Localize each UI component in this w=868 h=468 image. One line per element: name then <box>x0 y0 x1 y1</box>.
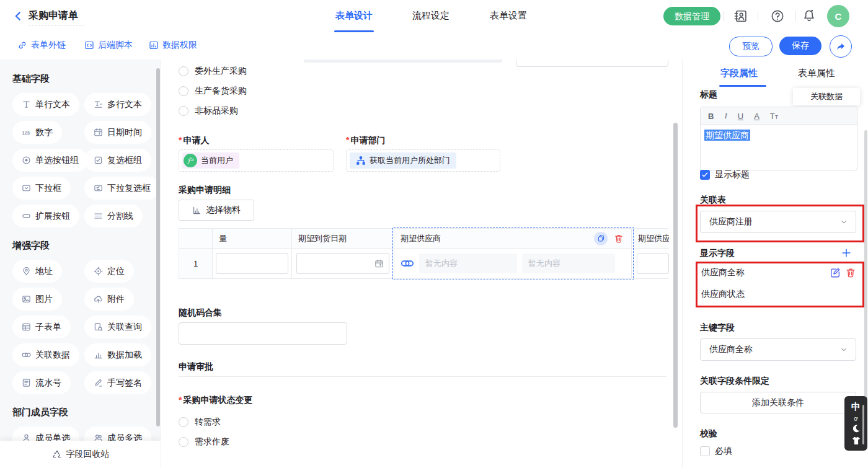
primary-key-select[interactable]: 供应商全称 <box>700 338 856 361</box>
clipped-input[interactable] <box>637 253 669 274</box>
select-material-button[interactable]: 选择物料 <box>179 200 254 221</box>
tab-field-properties[interactable]: 字段属性 <box>720 68 758 79</box>
trash-icon[interactable] <box>845 267 856 278</box>
address-icon <box>22 267 31 276</box>
radio-option[interactable]: 需求作废 <box>179 437 229 447</box>
related-table-select[interactable]: 供应商注册 <box>700 211 856 233</box>
field-item-radio-group[interactable]: 单选按钮组 <box>12 149 88 172</box>
copy-column-icon[interactable] <box>594 232 608 245</box>
radio-option[interactable]: 转需求 <box>179 417 221 427</box>
bell-icon[interactable] <box>802 9 816 22</box>
field-item-multiselect[interactable]: 下拉复选框 <box>84 177 160 200</box>
required-checkbox[interactable] <box>700 446 710 456</box>
tab-form-properties[interactable]: 表单属性 <box>798 68 835 79</box>
field-item-checkbox-group[interactable]: 复选框组 <box>84 149 151 172</box>
help-icon[interactable] <box>771 9 784 23</box>
data-manage-button[interactable]: 数据管理 <box>663 7 720 25</box>
field-item-serial-number[interactable]: 流水号 <box>12 371 71 394</box>
field-item-subform[interactable]: 子表单 <box>12 316 71 338</box>
clipped-field-remnant <box>304 60 502 63</box>
shirt-icon[interactable] <box>851 436 861 446</box>
date-input[interactable] <box>296 253 389 274</box>
section-divider <box>179 376 666 377</box>
org-tree-icon <box>356 156 366 166</box>
col-header-expected-date[interactable]: 期望到货日期 <box>292 229 394 249</box>
show-title-row[interactable]: 显示标题 <box>700 169 750 180</box>
delete-column-icon[interactable] <box>614 234 624 244</box>
clipped-cell <box>632 249 669 278</box>
radio-option[interactable]: 委外生产采购 <box>179 66 247 76</box>
current-user-tag[interactable]: 户 当前用户 <box>182 152 239 169</box>
ime-lang-indicator[interactable]: 中 <box>851 401 861 413</box>
title-editor-body[interactable]: 期望供应商 <box>701 125 857 170</box>
form-external-link[interactable]: 表单外链 <box>17 40 66 51</box>
preview-button[interactable]: 预览 <box>729 37 773 56</box>
radio-icon[interactable] <box>179 66 188 76</box>
back-icon[interactable] <box>12 11 24 22</box>
field-item-location[interactable]: 定位 <box>84 260 134 283</box>
display-field-item[interactable]: 供应商状态 <box>701 289 745 300</box>
header: 采购申请单 表单设计 流程设定 表单设置 数据管理 C <box>0 0 868 33</box>
underline-button[interactable]: U <box>738 112 743 121</box>
quantity-input[interactable] <box>216 253 288 274</box>
address-book-icon[interactable] <box>733 9 747 23</box>
font-color-button[interactable]: A <box>754 112 760 121</box>
field-recycle-bin[interactable]: 字段回收站 <box>0 441 161 468</box>
col-header-expected-supplier-2[interactable]: 期望供应 <box>632 229 669 249</box>
font-size-button[interactable]: TT <box>770 112 778 121</box>
random-code-input[interactable] <box>179 322 347 345</box>
current-dept-tag[interactable]: 获取当前用户所处部门 <box>350 152 456 169</box>
tab-form-design[interactable]: 表单设计 <box>335 10 373 22</box>
field-item-address[interactable]: 地址 <box>12 260 62 283</box>
field-item-datetime[interactable]: 日期时间 <box>84 121 151 144</box>
field-item-multi-line-text[interactable]: 多行文本 <box>84 93 151 116</box>
radio-icon[interactable] <box>179 437 188 447</box>
field-library-sidebar: 基础字段 单行文本 多行文本 123数字 日期时间 单选按钮组 复选框组 下拉框… <box>0 60 161 468</box>
save-button[interactable]: 保存 <box>779 37 822 55</box>
data-permission-link[interactable]: 数据权限 <box>149 40 197 51</box>
field-item-single-line-text[interactable]: 单行文本 <box>12 93 79 116</box>
required-row[interactable]: 必填 <box>700 446 732 457</box>
radio-icon[interactable] <box>179 106 188 116</box>
applicant-field[interactable]: 户 当前用户 <box>179 149 334 172</box>
field-item-divider-line[interactable]: 分割线 <box>84 205 143 227</box>
sidebar-scrollbar[interactable] <box>156 68 160 426</box>
field-item-image[interactable]: 图片 <box>12 288 62 311</box>
display-field-item[interactable]: 供应商全称 <box>701 267 856 278</box>
field-item-data-load[interactable]: 数据加载 <box>84 343 151 366</box>
field-item-linked-query[interactable]: 关联查询 <box>84 316 151 338</box>
user-avatar-icon: 户 <box>184 154 197 167</box>
add-display-field-icon[interactable] <box>841 248 851 258</box>
field-item-extend-button[interactable]: 扩展按钮 <box>12 205 79 227</box>
bold-button[interactable]: B <box>708 112 714 121</box>
tab-flow-setting[interactable]: 流程设定 <box>412 10 450 22</box>
field-item-number[interactable]: 123数字 <box>12 121 62 144</box>
field-item-select[interactable]: 下拉框 <box>12 177 71 200</box>
ime-toolbar[interactable]: 中 ơ <box>844 396 867 451</box>
title-dashed-underline <box>29 25 84 25</box>
field-item-linked-data[interactable]: 关联数据 <box>12 343 79 366</box>
col-header-quantity[interactable]: 量 <box>213 229 292 249</box>
radio-option[interactable]: 生产备货采购 <box>179 86 247 96</box>
avatar[interactable]: C <box>827 5 849 27</box>
tone-icon[interactable]: ơ <box>854 415 858 422</box>
add-condition-button[interactable]: 添加关联条件 <box>700 392 856 413</box>
share-button[interactable] <box>830 35 852 58</box>
field-item-signature[interactable]: 手写签名 <box>84 371 151 394</box>
panel-scrollbar[interactable] <box>864 130 867 440</box>
field-item-attachment[interactable]: 附件 <box>84 288 134 311</box>
radio-option[interactable]: 非标品采购 <box>179 106 238 116</box>
moon-icon[interactable] <box>851 424 861 433</box>
show-title-checkbox[interactable] <box>700 170 710 180</box>
linked-data-cell[interactable]: 暂无内容 暂无内容 <box>394 249 632 278</box>
ime-handle[interactable] <box>862 405 864 444</box>
edit-icon[interactable] <box>830 267 841 278</box>
italic-button[interactable]: I <box>724 111 727 121</box>
tab-form-setting[interactable]: 表单设置 <box>490 10 527 22</box>
radio-icon[interactable] <box>179 417 188 427</box>
radio-icon[interactable] <box>179 86 188 96</box>
canvas-scrollbar[interactable] <box>673 123 678 428</box>
col-header-expected-supplier[interactable]: 期望供应商 <box>394 229 632 249</box>
department-field[interactable]: 获取当前用户所处部门 <box>346 149 500 172</box>
backend-script-link[interactable]: 后端脚本 <box>84 40 133 51</box>
